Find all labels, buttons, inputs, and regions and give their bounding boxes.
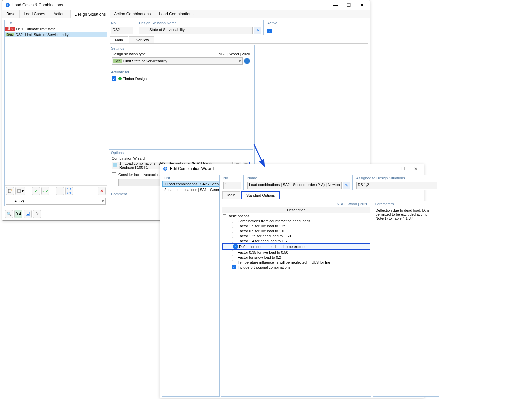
inner-tab-main[interactable]: Main — [110, 36, 128, 43]
option-row[interactable]: Temperature influence Ts will be neglect… — [221, 260, 371, 265]
option-label: Factor 0.5 for live load to 1.0 — [238, 229, 284, 233]
fx-button[interactable]: fx — [33, 210, 41, 218]
swap-button[interactable] — [56, 187, 64, 195]
list-item-ds1[interactable]: ULs. DS1 Ultimate limit state — [5, 26, 107, 32]
list-item-ds2[interactable]: Ser. DS2 Limit State of Serviceability — [5, 32, 107, 37]
option-row[interactable]: Factor 1.5 for live load to 1.25 — [221, 223, 371, 228]
option-checkbox[interactable] — [232, 224, 236, 228]
sub-list-item-1[interactable]: 1 Load combinations | SA2 - Second- — [162, 181, 219, 187]
close-button[interactable]: ✕ — [355, 0, 369, 10]
check-all-button[interactable]: ✓✓ — [41, 187, 49, 195]
ds-code: DS2 — [16, 33, 25, 37]
tab-actions[interactable]: Actions — [49, 10, 70, 18]
pivot-button[interactable] — [24, 210, 32, 218]
basic-options-group[interactable]: − Basic options — [221, 214, 371, 218]
wizard-color-swatch — [113, 163, 117, 167]
option-checkbox[interactable] — [232, 239, 236, 243]
dot-icon — [118, 77, 122, 80]
active-checkbox[interactable]: ✓ — [267, 29, 272, 33]
calc-button[interactable]: 0.4 — [14, 210, 22, 218]
tab-load-cases[interactable]: Load Cases — [20, 10, 49, 18]
assigned-field[interactable]: DS 1,2 — [356, 182, 437, 189]
tab-load-combinations[interactable]: Load Combinations — [155, 10, 198, 18]
assigned-label: Assigned to Design Situations — [354, 175, 439, 181]
option-checkbox[interactable]: ✓ — [233, 244, 238, 249]
new-button[interactable] — [6, 187, 14, 195]
tab-action-combinations[interactable]: Action Combinations — [110, 10, 155, 18]
option-checkbox[interactable] — [232, 260, 236, 264]
sub-code-label: NBC | Wood | 2020 — [221, 201, 371, 207]
copy-button[interactable]: ▾ — [15, 187, 25, 195]
search-button[interactable]: 🔍 — [5, 210, 13, 218]
main-tabs: Base Load Cases Actions Design Situation… — [2, 10, 370, 18]
option-label: Factor 0.35 for live load to 0.50 — [238, 250, 288, 254]
app-icon — [5, 2, 10, 8]
tab-design-situations[interactable]: Design Situations — [71, 10, 110, 18]
maximize-button[interactable]: ☐ — [342, 0, 355, 10]
ds-name: Limit State of Serviceability — [25, 33, 69, 37]
no-field[interactable]: DS2 — [111, 27, 133, 34]
delete-button[interactable]: ✕ — [98, 187, 106, 195]
tab-base[interactable]: Base — [2, 10, 20, 18]
collapse-icon[interactable]: − — [223, 214, 226, 218]
option-row[interactable]: Factor 0.5 for live load to 1.0 — [221, 228, 371, 233]
item-name: Load combinations | SA1 - Geometr — [166, 188, 219, 192]
uls-badge: ULs. — [5, 27, 15, 31]
option-row[interactable]: Factor 1.4 for dead load to 1.5 — [221, 238, 371, 243]
sub-tab-standard-options[interactable]: Standard Options — [241, 191, 280, 199]
options-label: Options — [109, 150, 253, 156]
option-checkbox[interactable]: ✓ — [232, 265, 236, 269]
sub-maximize-button[interactable]: ☐ — [396, 164, 409, 173]
renumber-button[interactable]: 1 23 6 — [65, 187, 73, 195]
ds-code: DS1 — [16, 27, 26, 31]
code-label: NBC | Wood | 2020 — [219, 52, 250, 56]
inclusive-checkbox[interactable] — [112, 172, 116, 177]
option-label: Factor 1.5 for live load to 1.25 — [238, 224, 286, 228]
option-checkbox[interactable] — [232, 234, 236, 238]
option-row[interactable]: Combinations from counteracting dead loa… — [221, 218, 371, 223]
ds-name-field[interactable]: Limit State of Serviceability — [139, 27, 253, 34]
parameters-text: Deflection due to dead load, D, is permi… — [373, 207, 439, 222]
app-icon — [163, 166, 168, 171]
ds-type-select[interactable]: Ser. Limit State of Serviceability ▾ — [112, 57, 243, 65]
item-name: Load combinations | SA2 - Second- — [167, 182, 219, 186]
wizard-label: Combination Wizard — [109, 156, 253, 161]
inner-tab-overview[interactable]: Overview — [129, 36, 154, 43]
sub-name-field[interactable]: Load combinations | SA2 - Second-order (… — [247, 182, 342, 189]
filter-select[interactable]: All (2) ▾ — [6, 198, 106, 205]
option-checkbox[interactable] — [232, 255, 236, 259]
ds-name: Ultimate limit state — [26, 27, 56, 31]
activate-for-label: Activate for — [109, 69, 253, 75]
option-label: Include orthogonal combinations — [238, 265, 290, 269]
option-row[interactable]: Factor for snow load to 0.2 — [221, 255, 371, 260]
chevron-down-icon: ▾ — [102, 199, 104, 203]
option-row[interactable]: ✓Include orthogonal combinations — [221, 265, 371, 270]
sub-no-field[interactable]: 1 — [223, 182, 241, 189]
option-row[interactable]: Factor 1.25 for dead load to 1.50 — [221, 233, 371, 238]
timber-checkbox[interactable]: ✓ — [112, 76, 116, 81]
ds-name-label: Design Situation Name — [137, 20, 263, 26]
sub-tab-main[interactable]: Main — [222, 191, 240, 199]
sub-list-item-2[interactable]: 2 Load combinations | SA1 - Geometr — [162, 187, 219, 192]
svg-rect-7 — [27, 214, 29, 215]
check-button[interactable]: ✓ — [32, 187, 40, 195]
option-checkbox[interactable] — [232, 229, 236, 233]
sub-edit-name-button[interactable]: ✎ — [343, 182, 350, 189]
option-row[interactable]: ✓Deflection due to dead load to be exclu… — [222, 243, 370, 250]
minimize-button[interactable]: — — [329, 0, 342, 10]
option-checkbox[interactable] — [232, 250, 236, 254]
info-button[interactable]: i — [244, 58, 250, 64]
list-panel-title: List — [5, 20, 107, 26]
edit-name-button[interactable]: ✎ — [254, 27, 261, 34]
sub-minimize-button[interactable]: — — [383, 164, 396, 173]
option-label: Temperature influence Ts will be neglect… — [238, 260, 330, 264]
chevron-down-icon: ▾ — [239, 59, 241, 63]
ser-badge: Ser. — [6, 33, 14, 36]
timber-label: Timber Design — [123, 77, 147, 81]
option-row[interactable]: Factor 0.35 for live load to 0.50 — [221, 250, 371, 255]
sub-close-button[interactable]: ✕ — [409, 164, 423, 173]
option-label: Deflection due to dead load to be exclud… — [239, 245, 309, 249]
option-checkbox[interactable] — [232, 219, 236, 223]
ds-type-label: Design situation type — [112, 52, 146, 56]
sub-list-title: List — [162, 175, 219, 181]
